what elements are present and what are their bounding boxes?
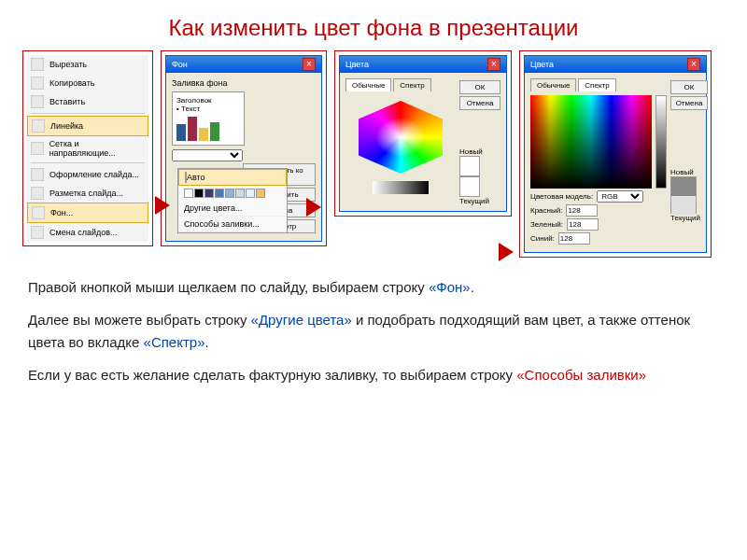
- layout-icon: [31, 187, 44, 200]
- colors-spectrum-panel: Цвета × Обычные Спектр Цветовая моде: [519, 50, 712, 258]
- colors-spec-titlebar: Цвета ×: [525, 56, 706, 73]
- color-compare-swatch: [670, 176, 697, 214]
- close-icon[interactable]: ×: [687, 58, 700, 71]
- transition-icon: [31, 226, 44, 239]
- color-swatch[interactable]: [204, 189, 214, 198]
- arrow-icon: [155, 196, 170, 215]
- ctx-grid[interactable]: Сетка и направляющие...: [27, 136, 148, 161]
- green-input[interactable]: [567, 218, 599, 231]
- paste-icon: [31, 95, 44, 108]
- ctx-paste[interactable]: Вставить: [27, 92, 148, 111]
- design-icon: [31, 168, 44, 181]
- current-color-swatch: [459, 176, 480, 197]
- ruler-icon: [32, 119, 45, 133]
- close-icon[interactable]: ×: [303, 58, 316, 71]
- cancel-button[interactable]: Отмена: [459, 96, 500, 110]
- spectrum-picker[interactable]: [530, 95, 652, 189]
- grid-icon: [31, 142, 44, 155]
- tab-spectrum[interactable]: Спектр: [578, 78, 615, 91]
- ok-button[interactable]: ОК: [459, 80, 500, 94]
- color-auto[interactable]: Авто: [178, 169, 287, 186]
- new-color-swatch: [459, 156, 480, 176]
- description-text: Правой кнопкой мыши щелкаем по слайду, в…: [0, 258, 747, 415]
- tab-standard[interactable]: Обычные: [530, 78, 576, 91]
- blue-input[interactable]: [558, 232, 590, 245]
- color-swatch[interactable]: [215, 189, 224, 198]
- context-menu: Вырезать Копировать Вставить Линейка Сет…: [27, 55, 148, 242]
- scissors-icon: [31, 58, 44, 71]
- arrow-icon: [306, 198, 321, 217]
- lightness-slider[interactable]: [655, 95, 667, 189]
- color-swatch[interactable]: [194, 189, 204, 198]
- hex-color-picker[interactable]: [345, 95, 456, 200]
- color-swatch[interactable]: [235, 189, 245, 198]
- close-icon[interactable]: ×: [487, 58, 500, 71]
- ctx-layout[interactable]: Разметка слайда...: [27, 184, 148, 203]
- ctx-transition[interactable]: Смена слайдов...: [27, 223, 148, 242]
- ctx-design[interactable]: Оформление слайда...: [27, 165, 148, 184]
- color-swatch[interactable]: [246, 189, 255, 198]
- cancel-button[interactable]: Отмена: [670, 96, 708, 110]
- colors-spectrum-dialog: Цвета × Обычные Спектр Цветовая моде: [524, 55, 707, 253]
- colors-standard-dialog: Цвета × Обычные Спектр: [339, 55, 507, 212]
- tab-spectrum[interactable]: Спектр: [393, 78, 430, 91]
- red-input[interactable]: [566, 204, 598, 217]
- color-swatch[interactable]: [184, 189, 193, 198]
- fill-section-label: Заливка фона: [172, 78, 245, 88]
- tab-standard[interactable]: Обычные: [345, 78, 391, 91]
- color-swatch-row: [178, 186, 287, 201]
- fill-effects[interactable]: Способы заливки...: [178, 217, 287, 232]
- ctx-background[interactable]: Фон...: [27, 203, 148, 223]
- page-title: Как изменить цвет фона в презентации: [0, 0, 747, 50]
- colors-standard-panel: Цвета × Обычные Спектр: [334, 50, 512, 217]
- fill-color-menu: Авто Другие цвета... Способы заливки...: [177, 168, 288, 233]
- context-menu-panel: Вырезать Копировать Вставить Линейка Сет…: [22, 50, 153, 246]
- arrow-icon: [499, 243, 514, 261]
- ok-button[interactable]: ОК: [670, 80, 708, 94]
- ctx-copy[interactable]: Копировать: [27, 74, 148, 92]
- color-swatch[interactable]: [225, 189, 234, 198]
- fill-preview: Заголовок • Текст: [172, 91, 245, 146]
- fill-color-dropdown[interactable]: [172, 149, 243, 161]
- ctx-cut[interactable]: Вырезать: [27, 55, 148, 74]
- ctx-ruler[interactable]: Линейка: [27, 116, 148, 136]
- colors-std-titlebar: Цвета ×: [340, 56, 506, 73]
- color-model-select[interactable]: RGB: [597, 190, 643, 203]
- copy-icon: [31, 77, 44, 90]
- color-swatch[interactable]: [256, 189, 265, 198]
- bucket-icon: [32, 206, 45, 219]
- fill-dialog-titlebar: Фон ×: [166, 56, 321, 73]
- more-colors[interactable]: Другие цвета...: [178, 201, 287, 217]
